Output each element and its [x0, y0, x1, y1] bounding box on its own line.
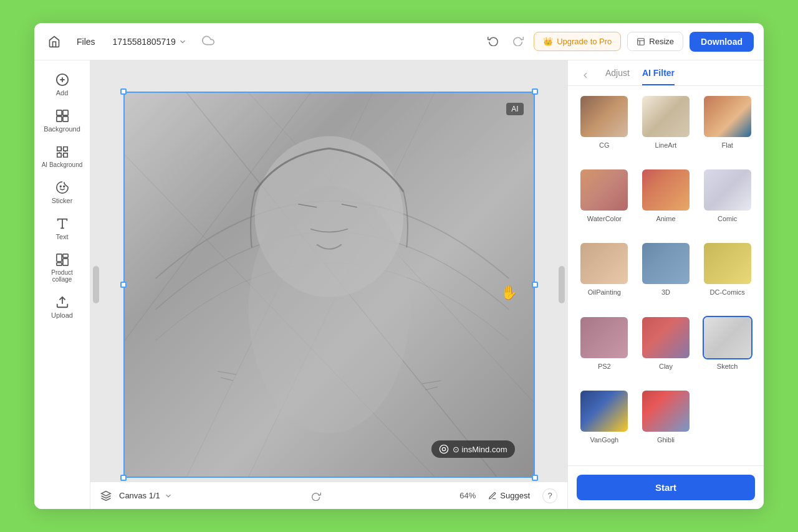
filter-item-vangogh[interactable]: VanGogh — [577, 389, 632, 457]
handle-mr[interactable] — [532, 282, 538, 288]
left-sidebar: Add Background AI Background — [34, 60, 90, 509]
sidebar-item-label: Product collage — [41, 269, 84, 283]
svg-point-28 — [248, 186, 409, 434]
svg-line-31 — [218, 371, 236, 374]
svg-rect-12 — [56, 254, 61, 262]
help-button[interactable]: ? — [542, 488, 557, 503]
canvas-wrapper: AI New — [123, 92, 535, 478]
filter-item-flat[interactable]: Flat — [699, 95, 755, 162]
svg-rect-7 — [62, 116, 67, 121]
zoom-level: 64% — [459, 491, 476, 500]
svg-line-33 — [422, 381, 441, 384]
crown-icon: 👑 — [543, 37, 553, 46]
download-button[interactable]: Download — [690, 32, 754, 52]
sidebar-item-label: Upload — [51, 311, 73, 319]
svg-line-32 — [221, 378, 233, 381]
filter-item-cg[interactable]: CG — [577, 95, 632, 162]
handle-ml[interactable] — [120, 282, 127, 288]
filter-item-ps2[interactable]: PS2 — [577, 316, 632, 383]
svg-rect-5 — [62, 110, 67, 115]
handle-tr[interactable] — [532, 88, 538, 95]
canvas-info[interactable]: Canvas 1/1 — [119, 491, 173, 500]
refresh-icon[interactable] — [311, 491, 321, 501]
svg-rect-13 — [62, 254, 67, 258]
ai-badge: AI — [506, 103, 523, 115]
handle-bl[interactable] — [120, 475, 127, 481]
svg-point-36 — [442, 447, 445, 450]
handle-tl[interactable] — [120, 88, 127, 95]
sidebar-item-add[interactable]: Add — [39, 68, 86, 102]
sidebar-item-sticker[interactable]: Sticker — [39, 176, 86, 209]
svg-rect-15 — [56, 263, 61, 266]
svg-rect-0 — [638, 38, 645, 45]
tab-adjust[interactable]: Adjust — [605, 68, 630, 85]
main-area: Add Background AI Background — [34, 60, 764, 509]
redo-button[interactable] — [509, 31, 527, 52]
sidebar-item-upload[interactable]: Upload — [39, 290, 86, 324]
cloud-icon — [202, 34, 214, 49]
resize-button[interactable]: Resize — [627, 32, 683, 51]
tab-ai-filter[interactable]: AI Filter — [642, 68, 675, 85]
bottom-bar: Canvas 1/1 64% Suggest ? — [90, 482, 567, 509]
sidebar-item-background[interactable]: Background — [39, 104, 86, 138]
filter-item-dccomics[interactable]: DC-Comics — [699, 242, 755, 309]
filter-item-comic[interactable]: Comic — [699, 168, 755, 235]
app-window: Files 1715581805719 👑 Up — [34, 23, 764, 509]
svg-rect-6 — [56, 116, 61, 121]
panel-bottom: Start — [568, 465, 764, 509]
panel-tabs: Adjust AI Filter — [568, 60, 764, 86]
scroll-handle-left — [93, 266, 99, 303]
sidebar-item-label: Background — [44, 125, 80, 133]
sidebar-item-product-collage[interactable]: Product collage — [39, 248, 86, 288]
svg-marker-37 — [102, 491, 111, 496]
sidebar-item-text[interactable]: Text — [39, 212, 86, 245]
filter-item-sketch[interactable]: Sketch — [699, 316, 755, 383]
header: Files 1715581805719 👑 Up — [34, 23, 764, 60]
filter-item-3d[interactable]: 3D — [638, 242, 694, 309]
canvas-image[interactable]: AI ⊙ insMind.com — [123, 92, 535, 478]
header-actions: 👑 Upgrade to Pro Resize Download — [484, 31, 754, 52]
upgrade-button[interactable]: 👑 Upgrade to Pro — [534, 32, 621, 51]
home-button[interactable] — [44, 32, 64, 52]
right-panel: Adjust AI Filter CG LineArt — [567, 60, 764, 509]
filter-item-watercolor[interactable]: WaterColor — [577, 168, 632, 235]
suggest-button[interactable]: Suggest — [483, 488, 535, 503]
filter-item-oilpainting[interactable]: OilPainting — [577, 242, 632, 309]
sidebar-item-label: Text — [55, 233, 68, 240]
sidebar-item-label: Add — [56, 89, 69, 97]
svg-point-9 — [63, 186, 64, 187]
canvas-area[interactable]: AI New — [90, 60, 567, 509]
files-nav[interactable]: Files — [72, 34, 100, 49]
panel-back-button[interactable] — [578, 68, 593, 85]
filter-item-clay[interactable]: Clay — [638, 316, 694, 383]
sidebar-item-ai-background[interactable]: AI Background — [39, 140, 86, 173]
filename-display[interactable]: 1715581805719 — [108, 34, 192, 49]
start-button[interactable]: Start — [577, 475, 755, 500]
svg-point-35 — [440, 445, 448, 453]
handle-br[interactable] — [532, 475, 538, 481]
filter-grid: CG LineArt Flat WaterColor Anime — [568, 86, 764, 465]
svg-rect-4 — [56, 110, 61, 115]
svg-point-8 — [60, 186, 61, 187]
scroll-handle-right — [559, 266, 565, 303]
sidebar-item-label: Sticker — [52, 197, 73, 204]
svg-rect-14 — [62, 259, 67, 265]
layers-icon — [100, 490, 112, 501]
sidebar-item-label: AI Background — [42, 161, 83, 168]
undo-button[interactable] — [484, 31, 502, 52]
svg-line-34 — [425, 387, 438, 390]
filter-item-anime[interactable]: Anime — [638, 168, 694, 235]
filter-item-lineart[interactable]: LineArt — [638, 95, 694, 162]
filter-item-ghibli[interactable]: Ghibli — [638, 389, 694, 457]
watermark: ⊙ insMind.com — [431, 440, 515, 458]
